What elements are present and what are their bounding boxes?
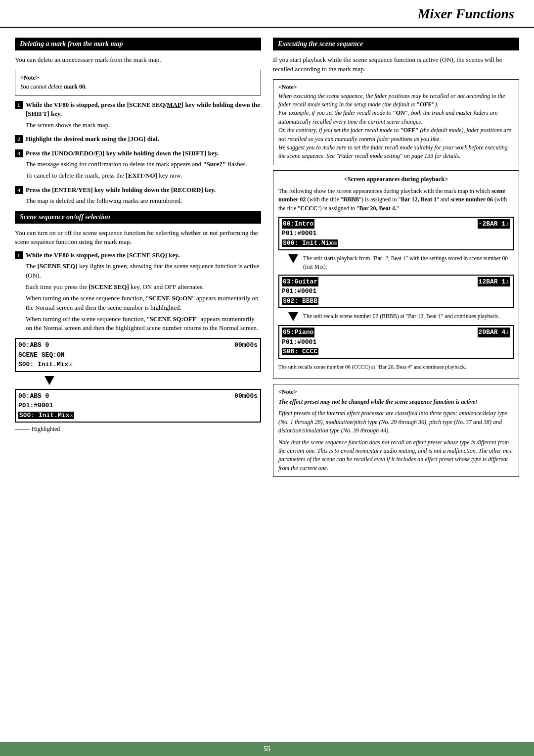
right-lcd2-row3-hl: S02: BBBB [282, 297, 318, 305]
header-bar: Mixer Functions [0, 0, 534, 28]
lcd-highlighted-row: S00: Init.Mix☒ [18, 412, 74, 419]
step-content-3: Press the [UNDO/REDO/F3] key while holdi… [26, 149, 261, 181]
lcd-row-2-1: 00:ABS 0 00m00s [18, 391, 258, 401]
page: Mixer Functions Deleting a mark from the… [0, 0, 534, 756]
right-lcd2-caption: The unit recalls scene number 02 (BBBB) … [303, 312, 499, 320]
exec-note-line2: For example, if you set the fader recall… [278, 109, 514, 126]
right-lcd1-row1-right: -2BAR 1♪ [478, 219, 510, 229]
right-arrow-2-wrapper: The unit recalls scene number 02 (BBBB) … [288, 312, 514, 321]
scene-detail-1c: When turning on the scene sequence funct… [26, 294, 261, 313]
right-lcd3-row1-left: 05:Piano [282, 328, 314, 337]
right-lcd1-caption: The unit starts playback from "Bar -2, B… [303, 254, 514, 270]
down-arrow-icon-1 [44, 376, 54, 385]
section-scene-header: Scene sequence on/off selection [15, 211, 261, 224]
exec-note-line4: We suggest you to make sure to set the f… [278, 143, 514, 161]
right-lcd2-row1-right: 12BAR 1♪ [478, 277, 510, 287]
delete-note-title: <Note> [20, 74, 256, 82]
right-lcd-2: 03:Guitar 12BAR 1♪ P01:#0001 S02: BBBB [278, 275, 514, 309]
exec-note2-title: <Note> [278, 388, 514, 396]
exec-note-line3: On the contrary, if you set the fader re… [278, 126, 514, 143]
right-lcd3-caption: The unit recalls scene number 06 (CCCC) … [278, 363, 514, 371]
step-detail-4: The map is deleted and the following mar… [26, 196, 261, 206]
playback-desc: The following show the screen appearance… [278, 187, 514, 213]
step-title-4: Press the [ENTER/YES] key while holding … [26, 186, 261, 194]
right-lcd-block-3: 05:Piano 20BAR 4♪ P01:#0001 S06: CCCC [278, 325, 514, 359]
scene-step-num-1: 1 [15, 251, 23, 259]
section-exec-header: Executing the scene sequence [273, 38, 519, 50]
left-column: Deleting a mark from the mark map You ca… [15, 38, 261, 477]
exec-note-box: <Note> When executing the scene sequence… [273, 79, 519, 165]
lcd-row2-right: 00m00s [234, 391, 258, 401]
right-lcd-3: 05:Piano 20BAR 4♪ P01:#0001 S06: CCCC [278, 325, 514, 359]
down-arrow-wrapper-1 [44, 376, 261, 385]
step-num-2: 2 [15, 135, 23, 143]
right-lcd3-row1: 05:Piano 20BAR 4♪ [282, 328, 510, 337]
right-lcd1-row3-hl: S00: Init.Mix☒ [282, 239, 338, 247]
highlight-line [15, 429, 30, 429]
step-detail-1: The screen shows the mark map. [26, 121, 261, 130]
page-number: 55 [264, 745, 270, 753]
delete-intro: You can delete an unnecessary mark from … [15, 55, 261, 65]
exec-note2-box: <Note> The effect preset may not be chan… [273, 384, 519, 477]
step-num-3: 3 [15, 149, 23, 157]
lcd-screen-1: 00:ABS 0 00m00s SCENE SEQ:ON S00: Init.M… [15, 338, 261, 372]
right-lcd2-row2: P01:#0001 [282, 286, 510, 296]
lcd-block-2: 00:ABS 0 00m00s P01:#0001 S00: Init.Mix☒… [15, 389, 261, 433]
step-detail-3a: The message asking for confirmation to d… [26, 160, 261, 169]
right-lcd2-row1: 03:Guitar 12BAR 1♪ [282, 277, 510, 287]
right-lcd1-row1: 00:Intro -2BAR 1♪ [282, 219, 510, 229]
lcd-row2-left: 00:ABS 0 [18, 391, 49, 401]
lcd-row1-right: 00m00s [234, 340, 258, 350]
lcd-screen-2: 00:ABS 0 00m00s P01:#0001 S00: Init.Mix☒ [15, 389, 261, 423]
right-lcd3-row3: S06: CCCC [282, 347, 510, 357]
step-detail-3b: To cancel to delete the mark, press the … [26, 171, 261, 181]
step-num-4: 4 [15, 186, 23, 194]
exec-note2-bold: The effect preset may not be changed whi… [278, 398, 514, 406]
right-lcd3-row2: P01:#0001 [282, 337, 510, 347]
right-lcd2-row1-left: 03:Guitar [282, 277, 318, 287]
step-title-1: While the VF80 is stopped, press the [SC… [26, 100, 261, 118]
right-arrow-1-wrapper: The unit starts playback from "Bar -2, B… [288, 254, 514, 270]
lcd-row-1: 00:ABS 0 00m00s [18, 340, 258, 350]
main-content: Deleting a mark from the mark map You ca… [0, 28, 534, 497]
scene-step-1: 1 While the VF80 is stopped, press the [… [15, 251, 261, 333]
section-delete-header: Deleting a mark from the mark map [15, 38, 261, 50]
right-lcd3-row3-hl: S06: CCCC [282, 348, 318, 355]
exec-note2-p2: Note that the scene sequence function do… [278, 438, 514, 473]
exec-intro: If you start playback while the scene se… [273, 55, 519, 74]
lcd-row2: SCENE SEQ:ON [18, 350, 258, 360]
lcd-block-1: 00:ABS 0 00m00s SCENE SEQ:ON S00: Init.M… [15, 338, 261, 372]
exec-note2-p1: Effect presets of the internal effect pr… [278, 409, 514, 435]
right-lcd1-row3: S00: Init.Mix☒ [282, 238, 510, 248]
exec-note-title: <Note> [278, 84, 514, 91]
scene-detail-1a: The [SCENE SEQ] key lights in green, sho… [26, 262, 261, 281]
right-lcd-1: 00:Intro -2BAR 1♪ P01:#0001 S00: Init.Mi… [278, 217, 514, 251]
step-content-2: Highlight the desired mark using the [JO… [26, 135, 261, 143]
scene-steps: 1 While the VF80 is stopped, press the [… [15, 251, 261, 333]
step-title-2: Highlight the desired mark using the [JO… [26, 135, 261, 143]
scene-detail-1b: Each time you press the [SCENE SEQ] key,… [26, 283, 261, 292]
lcd-row2-2: P01:#0001 [18, 401, 258, 411]
delete-step-3: 3 Press the [UNDO/REDO/F3] key while hol… [15, 149, 261, 181]
right-lcd-block-1: 00:Intro -2BAR 1♪ P01:#0001 S00: Init.Mi… [278, 217, 514, 251]
lcd-row1-left: 00:ABS 0 [18, 340, 49, 350]
right-lcd1-row1-left: 00:Intro [282, 219, 314, 229]
delete-step-1: 1 While the VF80 is stopped, press the [… [15, 100, 261, 130]
step-content-1: While the VF80 is stopped, press the [SC… [26, 100, 261, 130]
bottom-bar: 55 [0, 742, 534, 756]
right-lcd2-row3: S02: BBBB [282, 296, 510, 306]
delete-steps: 1 While the VF80 is stopped, press the [… [15, 100, 261, 205]
screen-appearances-header: <Screen appearances during playback> [278, 176, 514, 183]
right-down-arrow-2 [288, 312, 298, 321]
scene-step-title-1: While the VF80 is stopped, press the [SC… [26, 251, 261, 260]
delete-step-4: 4 Press the [ENTER/YES] key while holdin… [15, 186, 261, 206]
step-title-3: Press the [UNDO/REDO/F3] key while holdi… [26, 149, 261, 158]
scene-intro: You can turn on or off the scene sequenc… [15, 229, 261, 247]
highlighted-label-text: Highlighted [32, 425, 60, 433]
step-num-1: 1 [15, 101, 23, 109]
right-lcd3-row1-right: 20BAR 4♪ [478, 328, 510, 337]
delete-note-text: You cannot delete mark 00. [20, 83, 256, 91]
right-lcd-block-2: 03:Guitar 12BAR 1♪ P01:#0001 S02: BBBB [278, 275, 514, 309]
lcd-row2-3: S00: Init.Mix☒ [18, 411, 258, 421]
right-column: Executing the scene sequence If you star… [273, 38, 519, 477]
